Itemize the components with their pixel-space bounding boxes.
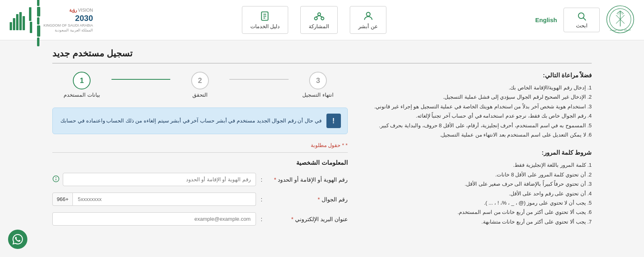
email-field-row: عنوان البريد الإلكتروني * : bbox=[52, 212, 348, 226]
step-2-number: 2 bbox=[198, 77, 202, 85]
main-layout: فضلاً مراعاة التالي: 1. إدخال رقم الهوية… bbox=[52, 72, 592, 236]
vision-logo: VISION رؤية 2030 KINGDOM OF SAUDI ARABIA… bbox=[10, 0, 93, 46]
nav-services[interactable]: دليل الخدمات bbox=[242, 6, 289, 34]
phone-wrap: +966 bbox=[52, 193, 256, 206]
please-note-item-6: 6. لا يمكن التعديل على اسم المستخدم بعد … bbox=[360, 130, 592, 139]
header-nav: عن أبشر المشاركة دليل الخدمات bbox=[242, 6, 386, 34]
section-divider bbox=[52, 152, 348, 153]
required-asterisk: * bbox=[346, 142, 348, 148]
page-title-row: تسجيل مستخدم جديد bbox=[52, 48, 592, 64]
step-1: 1 بيانات المستخدم bbox=[52, 72, 111, 98]
password-title: شروط كلمة المرور: bbox=[360, 149, 592, 156]
warning-text: في حال أن رقم الجوال الجديد مستخدم في أب… bbox=[60, 117, 321, 125]
id-number-input[interactable] bbox=[63, 173, 256, 186]
vision-country-en: KINGDOM OF SAUDI ARABIA bbox=[43, 23, 93, 28]
please-note-item-1: 1. إدخال رقم الهوية/الإقامة الخاص بك. bbox=[360, 83, 592, 92]
password-item-3: 3. أن تحتوي حرفاً كبيراً بالإضافة الى حر… bbox=[360, 179, 592, 189]
person-icon bbox=[363, 10, 374, 22]
step-line-2-3 bbox=[229, 79, 289, 80]
emblem-logo: المملكة العربية السعودية bbox=[606, 5, 634, 35]
please-note-item-3: 3. استخدام هوية شخص آخر بدلاً من استخدام… bbox=[360, 102, 592, 111]
search-icon bbox=[577, 11, 586, 21]
vision-country-ar: المملكة العربية السعودية bbox=[43, 28, 93, 33]
password-item-1: 1. كلمة المرور باللغة الإنجليزية فقط. bbox=[360, 160, 592, 170]
password-item-2: 2. أن تحتوي كلمة المرور على الأقل 8 خانا… bbox=[360, 170, 592, 179]
svg-point-13 bbox=[318, 13, 320, 16]
please-note-item-2: 2. الإدخال غير الصحيح لرقم الجوال سيؤدي … bbox=[360, 92, 592, 102]
step-3-number: 3 bbox=[316, 77, 320, 85]
step-1-number: 1 bbox=[80, 77, 84, 85]
id-colon: : bbox=[261, 176, 262, 183]
password-item-7: 7. يجب ألا تحتوي على أكثر من أربع خانات … bbox=[360, 217, 592, 226]
please-note-item-5: 5. المسموح به في اسم المستخدم، أحرف إنجل… bbox=[360, 121, 592, 130]
step-3: 3 انتهاء التسجيل bbox=[289, 72, 348, 98]
svg-line-16 bbox=[316, 16, 319, 17]
nav-participation-label: المشاركة bbox=[309, 23, 329, 29]
step-2: 2 التحقق bbox=[170, 72, 229, 98]
whatsapp-button[interactable] bbox=[8, 230, 27, 244]
email-label-text: عنوان البريد الإلكتروني bbox=[295, 216, 348, 222]
absher-logo-bars bbox=[10, 10, 26, 30]
language-toggle[interactable]: English bbox=[535, 17, 557, 23]
id-field-row: رقم الهوية أو الإقامة أو الحدود * : bbox=[52, 173, 348, 186]
vision-year: 2030 bbox=[43, 13, 93, 23]
id-input-wrap bbox=[52, 173, 256, 186]
nav-about-label: عن أبشر bbox=[358, 23, 378, 29]
id-required-mark: * bbox=[274, 176, 276, 183]
vision-text: VISION رؤية 2030 KINGDOM OF SAUDI ARABIA… bbox=[43, 7, 93, 33]
nav-about[interactable]: عن أبشر bbox=[350, 6, 386, 34]
step-line-1-2 bbox=[111, 79, 171, 80]
page-title: تسجيل مستخدم جديد bbox=[52, 48, 132, 59]
email-input[interactable] bbox=[52, 212, 256, 226]
svg-line-5 bbox=[617, 11, 620, 14]
instructions-panel: فضلاً مراعاة التالي: 1. إدخال رقم الهوية… bbox=[360, 72, 592, 236]
page-container: تسجيل مستخدم جديد فضلاً مراعاة التالي: 1… bbox=[40, 40, 604, 244]
password-item-5: 5. يجب أن لا تحتوي على رموز (@ ، _ ، %، … bbox=[360, 198, 592, 207]
step-1-label: بيانات المستخدم bbox=[64, 92, 100, 98]
mobile-colon: : bbox=[261, 196, 262, 203]
email-field-label: عنوان البريد الإلكتروني * bbox=[267, 216, 348, 222]
nav-participation[interactable]: المشاركة bbox=[300, 6, 338, 34]
book-icon bbox=[260, 10, 271, 22]
search-button[interactable]: ابحث bbox=[564, 8, 600, 32]
step-3-label: انتهاء التسجيل bbox=[302, 92, 334, 98]
step-3-circle: 3 bbox=[309, 72, 327, 89]
svg-point-12 bbox=[366, 12, 370, 16]
svg-rect-26 bbox=[23, 16, 25, 30]
please-note-list: 1. إدخال رقم الهوية/الإقامة الخاص بك. 2.… bbox=[360, 83, 592, 139]
svg-line-6 bbox=[620, 11, 623, 14]
form-panel: 3 انتهاء التسجيل 2 التحقق 1 bbox=[52, 72, 348, 236]
stepper: 3 انتهاء التسجيل 2 التحقق 1 bbox=[52, 72, 348, 98]
svg-rect-24 bbox=[16, 14, 19, 30]
please-note-title: فضلاً مراعاة التالي: bbox=[360, 72, 592, 79]
password-item-4: 4. أن تحتوي على رقم واحد على الأقل. bbox=[360, 189, 592, 198]
vision-subtitle: VISION رؤية bbox=[43, 7, 93, 13]
warning-box: ! في حال أن رقم الجوال الجديد مستخدم في … bbox=[52, 108, 348, 134]
mobile-input[interactable] bbox=[73, 193, 256, 206]
id-field-label: رقم الهوية أو الإقامة أو الحدود * bbox=[267, 176, 348, 183]
header: المملكة العربية السعودية ابحث English عن… bbox=[0, 0, 644, 40]
svg-point-15 bbox=[321, 17, 324, 20]
email-input-wrap bbox=[52, 212, 256, 226]
password-item-6: 6. يجب ألا تحتوي على أكثر من أربع خانات … bbox=[360, 207, 592, 217]
mobile-label-text: رقم الجوال bbox=[322, 196, 348, 203]
id-info-icon[interactable] bbox=[52, 175, 60, 184]
svg-line-11 bbox=[584, 18, 586, 21]
required-label: * حقول مطلوبة bbox=[311, 142, 344, 148]
svg-point-14 bbox=[314, 17, 317, 20]
password-list: 1. كلمة المرور باللغة الإنجليزية فقط. 2.… bbox=[360, 160, 592, 226]
personal-info-header: المعلومات الشخصية bbox=[52, 159, 348, 166]
phone-prefix: +966 bbox=[52, 193, 73, 206]
password-section: شروط كلمة المرور: 1. كلمة المرور باللغة … bbox=[360, 149, 592, 226]
step-2-label: التحقق bbox=[192, 92, 208, 98]
warning-icon: ! bbox=[326, 114, 341, 128]
share-icon bbox=[314, 10, 325, 22]
id-label-text: رقم الهوية أو الإقامة أو الحدود bbox=[278, 176, 347, 183]
mobile-field-label: رقم الجوال * bbox=[267, 196, 348, 203]
whatsapp-icon bbox=[12, 234, 23, 244]
please-note-item-4: 4. رقم الجوال خاص بك فقط، نرجو عدم استخد… bbox=[360, 111, 592, 120]
absher-bars bbox=[29, 7, 32, 33]
svg-rect-22 bbox=[10, 22, 12, 30]
step-2-circle: 2 bbox=[191, 72, 209, 89]
svg-rect-23 bbox=[13, 18, 15, 30]
